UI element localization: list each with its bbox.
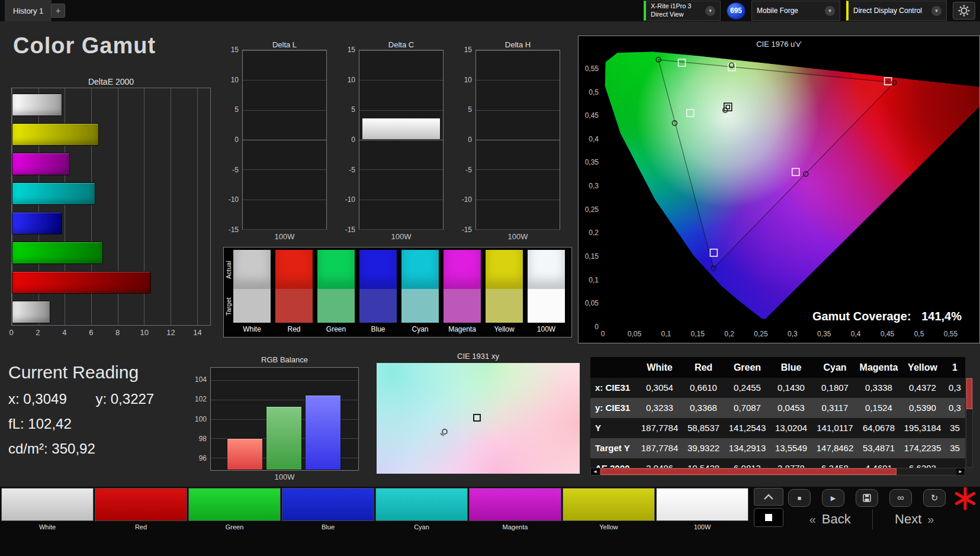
expand-patterns-button[interactable] <box>754 488 783 506</box>
pattern-label: Yellow <box>563 523 655 531</box>
table-cell: 0,3338 <box>857 378 901 398</box>
delta-l-plot <box>242 50 327 230</box>
delta-gridline <box>476 140 560 140</box>
delta-y-tick-label: -15 <box>462 226 472 234</box>
deltae-x-tick-label: 6 <box>89 328 93 337</box>
delta-gridline <box>476 229 560 230</box>
settings-button[interactable] <box>953 2 975 20</box>
rgb-y-tick-label: 96 <box>199 454 207 462</box>
table-column-header: Cyan <box>813 357 857 378</box>
pattern-button-magenta[interactable]: Magenta <box>469 488 561 531</box>
table-row[interactable]: ΔE 20002,048610,54286,08133,87786,34584,… <box>590 458 965 468</box>
pattern-button-white[interactable]: White <box>1 488 94 531</box>
navigation-buttons: « Back Next » <box>788 509 956 529</box>
table-column-header: Blue <box>769 357 813 378</box>
measuring-indicator[interactable] <box>953 487 977 510</box>
rgb-bar-blue <box>305 395 341 470</box>
scrollbar-thumb[interactable] <box>600 468 897 475</box>
pattern-button-cyan[interactable]: Cyan <box>375 488 468 531</box>
actual-row-label: Actual <box>225 250 232 290</box>
table-cell: 0,3054 <box>638 378 682 398</box>
table-cell: 4,4601 <box>857 458 901 468</box>
pattern-button-green[interactable]: Green <box>188 488 281 531</box>
pattern-label: Magenta <box>469 523 561 531</box>
reading-cdm2: cd/m²: 350,92 <box>8 441 186 457</box>
table-horizontal-scrollbar[interactable]: ◄ ► <box>590 468 965 475</box>
deltae-x-tick-label: 2 <box>36 328 40 337</box>
meter-dropdown[interactable]: X-Rite i1Pro 3 Direct View ▾ <box>644 1 721 21</box>
table-row[interactable]: Y187,778458,8537141,254313,0204141,01176… <box>590 418 965 438</box>
actual-swatch <box>275 250 313 289</box>
chevron-down-icon: ▾ <box>931 6 942 16</box>
pattern-button-yellow[interactable]: Yellow <box>563 488 655 531</box>
swatch-label: 100W <box>528 325 565 333</box>
source-dropdown[interactable]: Mobile Forge ▾ <box>751 1 840 21</box>
pattern-button-100w[interactable]: 100W <box>656 488 748 531</box>
scroll-left-button[interactable]: ◄ <box>591 468 599 475</box>
swatch-column-white: White <box>233 250 271 333</box>
actual-target-strip: Actual Target WhiteRedGreenBlueCyanMagen… <box>223 247 572 338</box>
pattern-label: Cyan <box>375 523 468 531</box>
swatch-column-red: Red <box>275 250 313 333</box>
display-control-dropdown[interactable]: Direct Display Control ▾ <box>846 1 947 21</box>
table-cell: 6,0813 <box>725 458 769 468</box>
table-row[interactable]: Target Y187,778439,9322134,291313,554914… <box>590 438 965 458</box>
table-cell <box>944 458 965 468</box>
table-cell: 6,3458 <box>813 458 857 468</box>
save-button[interactable] <box>856 489 878 507</box>
scrollbar-thumb[interactable] <box>966 378 972 409</box>
current-reading-title: Current Reading <box>8 362 186 383</box>
delta-gridline <box>243 200 326 200</box>
infinity-icon: ∞ <box>897 493 904 503</box>
table-row[interactable]: x: CIE310,30540,66100,24550,14300,18070,… <box>590 378 965 398</box>
delta-y-tick-label: 10 <box>464 76 472 84</box>
tab-history-1[interactable]: History 1 <box>5 0 52 21</box>
deltae-bar-magenta <box>12 153 70 175</box>
source-label: Mobile Forge <box>757 7 825 15</box>
delta-c-x-label: 100W <box>359 232 444 241</box>
top-bar-controls: X-Rite i1Pro 3 Direct View ▾ 695 Mobile … <box>644 0 975 21</box>
table-row-label: ΔE 2000 <box>590 458 638 468</box>
swatch-label: Red <box>275 325 313 333</box>
continuous-measure-button[interactable]: ∞ <box>889 489 912 507</box>
deltae-gridline <box>197 88 198 325</box>
pattern-button-blue[interactable]: Blue <box>282 488 374 531</box>
scroll-right-button[interactable]: ► <box>956 468 965 475</box>
delta-y-tick-label: -5 <box>465 166 472 174</box>
table-row-label: Y <box>590 418 638 438</box>
table-cell: 39,9322 <box>682 438 725 458</box>
delta-y-tick-label: 15 <box>464 46 472 54</box>
table-cell: 64,0678 <box>857 418 901 438</box>
delta-y-tick-label: -15 <box>229 226 239 234</box>
deltae-x-tick-label: 14 <box>193 328 201 337</box>
pattern-button-red[interactable]: Red <box>95 488 187 531</box>
play-measure-button[interactable]: ▶ <box>822 489 844 507</box>
delta-gridline <box>359 140 443 140</box>
chart-title: Delta L <box>242 40 327 49</box>
pattern-window-button[interactable] <box>754 508 783 527</box>
table-vertical-scrollbar[interactable] <box>966 378 973 468</box>
cie-1931-reading-marker <box>442 429 448 435</box>
table-cell: 187,7784 <box>638 418 682 438</box>
table-cell: 10,5428 <box>682 458 725 468</box>
delta-y-tick-label: 10 <box>231 76 239 84</box>
cd-value: 350,92 <box>52 441 95 457</box>
table-cell: 0,1430 <box>769 378 813 398</box>
back-button[interactable]: « Back <box>788 509 872 529</box>
delta-gridline <box>359 169 443 170</box>
chevron-down-icon: ▾ <box>705 6 715 16</box>
stop-measure-button[interactable]: ■ <box>788 489 811 507</box>
delta-gridline <box>243 140 326 140</box>
delta-gridline <box>243 169 326 170</box>
deltae-x-tick-label: 12 <box>166 328 175 337</box>
pattern-label: 100W <box>656 523 748 531</box>
y-label: y: <box>95 391 107 407</box>
refresh-button[interactable]: ↻ <box>923 489 946 507</box>
gamut-coverage-value: 141,4% <box>921 310 962 323</box>
table-row[interactable]: y: CIE310,32330,33680,70870,04530,31170,… <box>590 398 965 418</box>
add-tab-button[interactable]: + <box>51 4 65 18</box>
deltae-bar-yellow <box>12 123 99 146</box>
table-cell: 0,5390 <box>901 398 944 418</box>
swatch-label: Green <box>317 325 355 333</box>
next-button[interactable]: Next » <box>872 509 957 529</box>
